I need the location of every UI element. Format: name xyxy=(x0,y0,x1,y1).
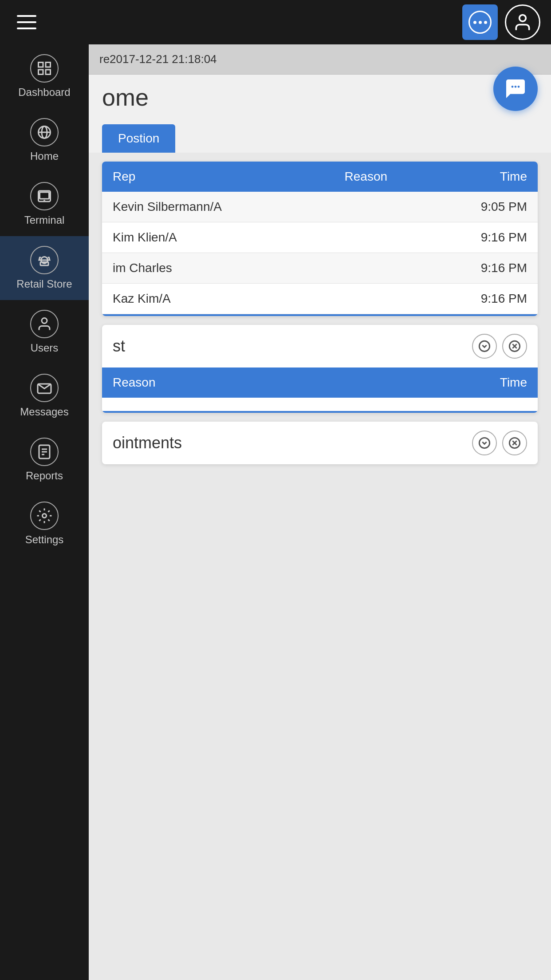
info-bar-text: re2017-12-21 21:18:04 xyxy=(99,52,217,66)
sidebar-item-terminal[interactable]: Terminal xyxy=(0,172,89,236)
svg-rect-3 xyxy=(39,70,43,75)
col-header-time-2: Time xyxy=(361,375,527,390)
sidebar-label-terminal: Terminal xyxy=(24,214,65,226)
users-icon xyxy=(30,310,59,338)
dot-3 xyxy=(484,21,487,24)
dashboard-icon xyxy=(30,54,59,83)
sidebar-label-settings: Settings xyxy=(25,533,64,546)
table-header-position: Rep Reason Time xyxy=(102,162,538,192)
svg-point-29 xyxy=(515,86,517,88)
hamburger-line-3 xyxy=(17,28,36,29)
dot-1 xyxy=(473,21,476,24)
svg-point-19 xyxy=(43,514,47,518)
home-icon xyxy=(30,118,59,146)
col-header-reason-2: Reason xyxy=(113,375,361,390)
table-row: im Charles 9:16 PM xyxy=(102,253,538,284)
sidebar-item-dashboard[interactable]: Dashboard xyxy=(0,44,89,108)
chat-icon xyxy=(503,76,528,101)
row-time-1: 9:16 PM xyxy=(435,230,527,245)
close-button[interactable] xyxy=(502,334,527,359)
hamburger-line-2 xyxy=(17,21,36,23)
hamburger-button[interactable] xyxy=(11,6,43,38)
second-card-title-bar: st xyxy=(102,325,538,368)
sidebar-label-retail-store: Retail Store xyxy=(16,278,72,290)
sidebar-item-settings[interactable]: Settings xyxy=(0,492,89,556)
expand-button-2[interactable] xyxy=(472,431,497,455)
row-rep-0: Kevin Silbermann/A xyxy=(113,200,297,214)
svg-point-0 xyxy=(520,15,526,22)
main-content: re2017-12-21 21:18:04 ome Postion Rep Re… xyxy=(89,44,551,980)
messages-icon xyxy=(30,374,59,402)
expand-button[interactable] xyxy=(472,334,497,359)
svg-point-24 xyxy=(479,438,489,448)
appointments-card-actions xyxy=(472,431,527,455)
tab-position[interactable]: Postion xyxy=(102,124,175,153)
info-bar: re2017-12-21 21:18:04 xyxy=(89,44,551,75)
dots-circle-icon xyxy=(468,11,492,34)
empty-row xyxy=(102,398,538,411)
retail-store-icon xyxy=(30,246,59,274)
card-border-accent xyxy=(102,314,538,316)
sidebar-label-users: Users xyxy=(31,342,59,354)
row-time-2: 9:16 PM xyxy=(435,261,527,275)
sidebar-item-home[interactable]: Home xyxy=(0,108,89,172)
col-header-rep: Rep xyxy=(113,170,297,184)
svg-rect-9 xyxy=(40,192,49,199)
close-button-2[interactable] xyxy=(502,431,527,455)
row-rep-3: Kaz Kim/A xyxy=(113,292,297,306)
second-card-title: st xyxy=(113,337,125,356)
settings-icon xyxy=(30,502,59,530)
second-card-actions xyxy=(472,334,527,359)
sidebar-label-messages: Messages xyxy=(20,406,68,418)
table-row: Kevin Silbermann/A 9:05 PM xyxy=(102,192,538,222)
appointments-card-title-bar: ointments xyxy=(102,422,538,464)
svg-point-10 xyxy=(44,201,45,202)
sidebar-label-dashboard: Dashboard xyxy=(18,86,70,99)
sidebar-item-users[interactable]: Users xyxy=(0,300,89,364)
table-header-second: Reason Time xyxy=(102,368,538,398)
col-header-time: Time xyxy=(435,170,527,184)
appointments-card: ointments xyxy=(102,422,538,464)
sidebar: Dashboard Home Terminal xyxy=(0,0,89,980)
tabs-bar: Postion xyxy=(89,120,551,153)
position-card: Rep Reason Time Kevin Silbermann/A 9:05 … xyxy=(102,162,538,316)
row-time-3: 9:16 PM xyxy=(435,292,527,306)
svg-rect-2 xyxy=(46,63,51,67)
table-row: Kaz Kim/A 9:16 PM xyxy=(102,284,538,314)
svg-rect-4 xyxy=(46,70,51,75)
welcome-section: ome xyxy=(89,75,551,120)
second-card: st Reason Time xyxy=(102,325,538,413)
reports-icon xyxy=(30,438,59,466)
svg-point-13 xyxy=(42,318,47,324)
top-bar xyxy=(0,0,551,44)
sidebar-item-reports[interactable]: Reports xyxy=(0,428,89,492)
sidebar-label-home: Home xyxy=(30,150,59,162)
sidebar-item-retail-store[interactable]: Retail Store xyxy=(0,236,89,300)
hamburger-line-1 xyxy=(17,15,36,17)
row-rep-2: im Charles xyxy=(113,261,297,275)
sidebar-item-messages[interactable]: Messages xyxy=(0,364,89,428)
top-right-icons xyxy=(462,4,540,40)
row-time-0: 9:05 PM xyxy=(435,200,527,214)
col-header-reason: Reason xyxy=(297,170,435,184)
more-options-button[interactable] xyxy=(462,4,498,40)
user-profile-button[interactable] xyxy=(505,4,540,40)
user-icon xyxy=(513,12,532,32)
welcome-title: ome xyxy=(102,83,538,111)
table-row: Kim Klien/A 9:16 PM xyxy=(102,222,538,253)
svg-point-30 xyxy=(518,86,520,88)
dot-2 xyxy=(479,21,482,24)
svg-point-20 xyxy=(479,341,489,351)
svg-point-28 xyxy=(512,86,514,88)
sidebar-label-reports: Reports xyxy=(26,470,63,482)
chat-fab-button[interactable] xyxy=(493,67,538,111)
appointments-title: ointments xyxy=(113,434,182,452)
row-rep-1: Kim Klien/A xyxy=(113,230,297,245)
terminal-icon xyxy=(30,182,59,210)
svg-rect-1 xyxy=(39,63,43,67)
card-border-accent-2 xyxy=(102,411,538,413)
